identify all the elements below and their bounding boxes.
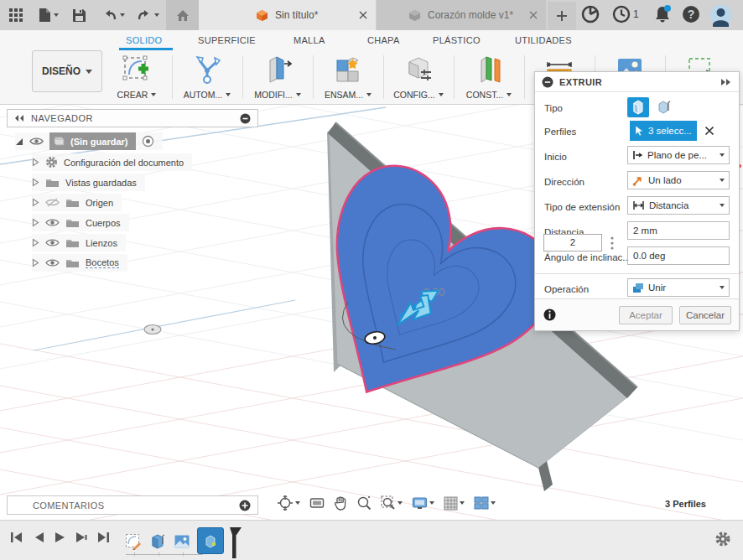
accept-button[interactable]: Aceptar <box>619 306 673 324</box>
avatar[interactable] <box>709 4 732 27</box>
tree-item-label: Lienzos <box>86 238 117 248</box>
help-button[interactable]: ? <box>681 4 701 24</box>
new-tab-button[interactable] <box>548 2 576 30</box>
floating-distance-input[interactable]: 2 <box>543 234 602 251</box>
pan-button[interactable] <box>332 494 349 512</box>
workspace-label: DISEÑO <box>42 65 81 77</box>
panel-minimize-icon[interactable] <box>240 113 251 124</box>
extrude-thin-type-button[interactable] <box>654 97 676 117</box>
expander-closed-icon[interactable] <box>32 178 39 187</box>
tree-item-configuracion[interactable]: Configuración del documento <box>32 153 192 171</box>
tab-chapa[interactable]: CHAPA <box>367 35 400 45</box>
undo-button[interactable] <box>102 7 125 23</box>
cancel-button[interactable]: Cancelar <box>679 306 731 324</box>
job-status-button[interactable]: 1 <box>611 4 639 24</box>
redo-button[interactable] <box>137 7 159 23</box>
redo-caret-icon <box>154 13 159 17</box>
navigator-header[interactable]: NAVEGADOR <box>7 109 258 127</box>
taper-angle-input[interactable]: 0.0 deg <box>627 246 730 265</box>
expander-closed-icon[interactable] <box>32 258 39 267</box>
dialog-divider <box>535 273 739 274</box>
expander-open-icon[interactable] <box>15 137 23 146</box>
visibility-eye-icon[interactable] <box>45 218 60 227</box>
extrude-solid-type-button[interactable] <box>627 97 649 117</box>
tree-root-row[interactable]: (Sin guardar) <box>15 132 163 150</box>
home-tab[interactable] <box>166 0 199 30</box>
step-forward-button[interactable] <box>75 531 87 544</box>
comments-panel[interactable]: COMENTARIOS <box>7 495 258 515</box>
expander-closed-icon[interactable] <box>32 158 39 167</box>
group-crear[interactable]: CREAR <box>105 53 169 100</box>
tree-item-cuerpos[interactable]: Cuerpos <box>32 214 129 231</box>
go-to-end-button[interactable] <box>97 531 111 544</box>
tab-superficie[interactable]: SUPERFICIE <box>198 35 256 45</box>
tree-item-lienzos[interactable]: Lienzos <box>32 234 126 251</box>
tab-malla[interactable]: MALLA <box>294 35 325 45</box>
app-grid-icon[interactable] <box>8 7 23 23</box>
step-back-button[interactable] <box>34 531 44 544</box>
drag-handle-icon[interactable] <box>609 236 616 251</box>
group-configurar[interactable]: CONFIG... <box>387 53 450 100</box>
look-at-button[interactable] <box>308 495 326 511</box>
group-separator <box>172 55 173 99</box>
tree-item-vistas[interactable]: Vistas guardadas <box>32 174 145 191</box>
tree-item-bocetos[interactable]: Bocetos <box>32 254 127 272</box>
go-to-start-button[interactable] <box>10 531 23 544</box>
direction-dropdown[interactable]: Un lado <box>627 171 730 189</box>
timeline-settings-gear-icon[interactable] <box>714 531 731 547</box>
save-button[interactable] <box>72 7 86 23</box>
file-menu-button[interactable] <box>39 7 59 23</box>
extent-type-dropdown[interactable]: Distancia <box>627 196 730 215</box>
expander-closed-icon[interactable] <box>32 198 39 207</box>
visibility-eye-icon[interactable] <box>45 258 60 267</box>
group-ensamblar[interactable]: ENSAM... <box>316 53 380 100</box>
group-automatizar[interactable]: AUTOM... <box>175 53 239 100</box>
visibility-eye-icon[interactable] <box>45 238 60 247</box>
expander-closed-icon[interactable] <box>32 218 39 227</box>
visibility-eye-icon[interactable] <box>29 137 44 146</box>
job-status-count: 1 <box>633 8 639 20</box>
dialog-collapse-icon[interactable] <box>542 76 553 88</box>
notifications-button[interactable] <box>652 4 673 26</box>
distance-input[interactable]: 2 mm <box>627 221 730 240</box>
timeline-sketch-feature[interactable] <box>124 532 143 551</box>
extrude-dialog-header[interactable]: EXTRUIR <box>535 72 739 92</box>
extrude-dialog[interactable]: EXTRUIR Tipo Perfiles 3 selecc... Inicio… <box>534 71 740 331</box>
zoom-window-button[interactable] <box>379 494 404 512</box>
expander-closed-icon[interactable] <box>32 238 39 247</box>
add-comment-icon[interactable] <box>239 500 251 511</box>
extensions-button[interactable] <box>580 4 600 24</box>
doc-tab-corazon-molde[interactable]: Corazón molde v1* <box>377 0 546 30</box>
display-settings-button[interactable] <box>410 495 436 511</box>
workspace-selector[interactable]: DISEÑO <box>32 50 102 92</box>
profiles-selection-button[interactable]: 3 selecc... <box>630 121 697 141</box>
dialog-dock-icon[interactable] <box>720 78 732 86</box>
close-tab-icon[interactable] <box>529 11 538 19</box>
activate-component-radio-icon[interactable] <box>142 135 154 148</box>
tab-solido[interactable]: SOLIDO <box>126 35 162 45</box>
timeline-position-marker[interactable] <box>228 527 242 559</box>
tab-utilidades[interactable]: UTILIDADES <box>515 35 572 45</box>
visibility-off-icon[interactable] <box>45 197 60 208</box>
timeline-canvas-feature[interactable] <box>173 532 191 551</box>
viewports-button[interactable] <box>472 495 497 511</box>
document-root-chip[interactable]: (Sin guardar) <box>49 132 136 150</box>
start-dropdown[interactable]: Plano de pe... <box>627 146 730 164</box>
doc-tab-sin-titulo[interactable]: Sin título* <box>199 0 376 30</box>
timeline-extrude-feature[interactable] <box>148 532 167 551</box>
info-icon[interactable] <box>543 309 556 321</box>
origin-point-marker[interactable] <box>144 325 161 334</box>
play-button[interactable] <box>55 531 65 544</box>
operation-dropdown[interactable]: Unir <box>627 278 730 297</box>
collapse-panel-icon[interactable] <box>14 114 24 122</box>
close-tab-icon[interactable] <box>359 11 367 19</box>
orbit-button[interactable] <box>275 494 302 512</box>
group-modificar[interactable]: MODIFI... <box>246 53 309 100</box>
zoom-button[interactable] <box>355 494 373 512</box>
tab-plastico[interactable]: PLÁSTICO <box>433 35 481 45</box>
grid-settings-button[interactable] <box>442 495 466 512</box>
group-construir[interactable]: CONST... <box>457 53 521 100</box>
tree-item-origen[interactable]: Origen <box>32 194 122 211</box>
timeline-active-extrude-feature[interactable] <box>197 527 224 554</box>
clear-selection-icon[interactable] <box>704 126 714 136</box>
